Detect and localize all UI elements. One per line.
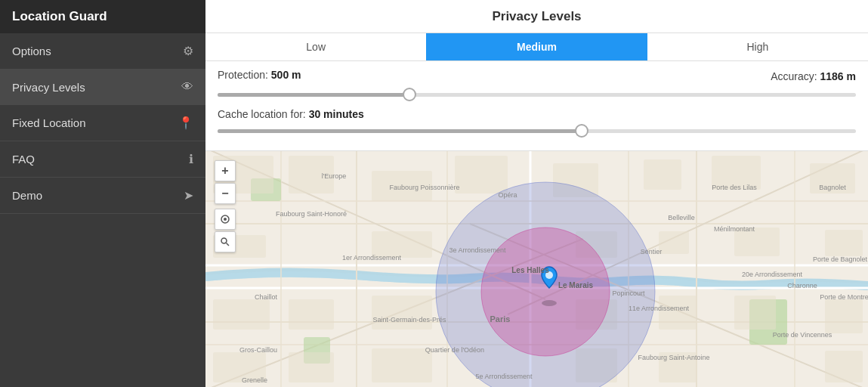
svg-point-82: [221, 238, 227, 243]
eye-icon: 👁: [181, 80, 193, 94]
svg-rect-36: [289, 299, 334, 330]
map-controls: + −: [215, 160, 236, 252]
svg-text:Porte de Montreuil: Porte de Montreuil: [820, 293, 868, 301]
pin-icon: 📍: [178, 116, 193, 130]
svg-text:Paris: Paris: [490, 314, 511, 324]
cache-control: Cache location for: 30 minutes: [218, 108, 856, 138]
protection-label: Protection: 500 m: [218, 69, 301, 81]
svg-line-83: [227, 243, 230, 246]
app-title: Location Guard: [0, 0, 205, 33]
svg-text:20e Arrondissement: 20e Arrondissement: [742, 271, 803, 278]
sidebar-item-fixed-location[interactable]: Fixed Location 📍: [0, 105, 205, 141]
zoom-out-button[interactable]: −: [215, 183, 236, 204]
gear-icon: ⚙: [183, 44, 193, 58]
svg-rect-47: [825, 351, 863, 382]
svg-text:Popincourt: Popincourt: [612, 289, 645, 297]
svg-text:Porte de Vincennes: Porte de Vincennes: [773, 331, 832, 339]
svg-text:Faubourg Saint-Honoré: Faubourg Saint-Honoré: [276, 210, 347, 218]
svg-rect-34: [825, 230, 863, 256]
svg-rect-35: [213, 299, 270, 330]
svg-text:11e Arrondissement: 11e Arrondissement: [629, 305, 690, 312]
svg-rect-40: [734, 296, 776, 330]
svg-text:Gros-Caillou: Gros-Caillou: [239, 346, 277, 354]
cache-label: Cache location for: 30 minutes: [218, 108, 856, 120]
zoom-in-button[interactable]: +: [215, 160, 236, 181]
svg-text:Charonne: Charonne: [787, 282, 817, 289]
map-area: 1er Arrondissement 3e Arrondissement Les…: [205, 151, 868, 387]
crosshair-icon: [220, 214, 230, 224]
svg-text:Belleville: Belleville: [668, 214, 695, 221]
privacy-tabs: Low Medium High: [205, 33, 868, 61]
svg-rect-39: [659, 296, 697, 330]
main-content: Privacy Levels Low Medium High Protectio…: [205, 0, 868, 387]
info-icon: ℹ: [189, 152, 193, 166]
svg-text:1er Arrondissement: 1er Arrondissement: [342, 254, 402, 262]
sidebar-item-options[interactable]: Options ⚙: [0, 33, 205, 70]
tab-low[interactable]: Low: [205, 33, 426, 60]
svg-rect-24: [455, 156, 508, 194]
svg-text:Faubourg Saint-Antoine: Faubourg Saint-Antoine: [638, 354, 709, 361]
svg-text:Sentier: Sentier: [641, 248, 663, 255]
arrow-icon: ➤: [184, 188, 193, 203]
cache-slider[interactable]: [218, 123, 856, 138]
svg-rect-37: [372, 296, 432, 330]
sidebar-item-demo[interactable]: Demo ➤: [0, 178, 205, 214]
search-icon: [220, 237, 230, 247]
sidebar-item-privacy-levels[interactable]: Privacy Levels 👁: [0, 70, 205, 105]
svg-text:5e Arrondissement: 5e Arrondissement: [475, 373, 533, 380]
center-button[interactable]: [215, 209, 236, 230]
svg-text:Opéra: Opéra: [498, 191, 517, 199]
controls-panel: Protection: 500 m Accuracy: 1186 m Cache…: [205, 61, 868, 151]
svg-text:Saint-Germain-des-Prés: Saint-Germain-des-Prés: [372, 316, 446, 324]
svg-point-81: [224, 218, 227, 221]
svg-text:Les Halles: Les Halles: [511, 266, 549, 274]
sidebar: Location Guard Options ⚙ Privacy Levels …: [0, 0, 205, 387]
protection-control: Protection: 500 m Accuracy: 1186 m: [218, 69, 856, 102]
svg-point-50: [542, 300, 557, 306]
svg-rect-41: [825, 299, 863, 333]
svg-text:Grenelle: Grenelle: [242, 376, 267, 384]
search-map-button[interactable]: [215, 231, 236, 252]
tab-high[interactable]: High: [647, 33, 868, 60]
svg-rect-44: [372, 348, 432, 382]
svg-text:Porte de Bagnolet: Porte de Bagnolet: [813, 255, 868, 263]
svg-text:Porte des Lilas: Porte des Lilas: [712, 184, 757, 191]
svg-text:Chaillot: Chaillot: [255, 293, 278, 301]
map-svg: 1er Arrondissement 3e Arrondissement Les…: [205, 151, 868, 387]
svg-text:Le Marais: Le Marais: [558, 281, 594, 289]
svg-rect-26: [644, 159, 681, 190]
svg-text:Quartier de l'Odéon: Quartier de l'Odéon: [425, 346, 484, 354]
protection-slider[interactable]: [218, 87, 856, 102]
svg-text:Bagnolet: Bagnolet: [819, 184, 846, 191]
sidebar-item-faq[interactable]: FAQ ℹ: [0, 141, 205, 178]
svg-rect-32: [659, 231, 689, 254]
svg-text:l'Europe: l'Europe: [322, 172, 347, 180]
svg-rect-43: [289, 352, 334, 382]
svg-text:Ménilmontant: Ménilmontant: [714, 225, 755, 233]
accuracy-label: Accuracy: 1186 m: [771, 70, 856, 82]
main-header: Privacy Levels: [205, 0, 868, 33]
svg-text:3e Arrondissement: 3e Arrondissement: [449, 246, 506, 254]
tab-medium[interactable]: Medium: [426, 33, 647, 60]
svg-text:Faubourg Poissonnière: Faubourg Poissonnière: [389, 184, 459, 191]
